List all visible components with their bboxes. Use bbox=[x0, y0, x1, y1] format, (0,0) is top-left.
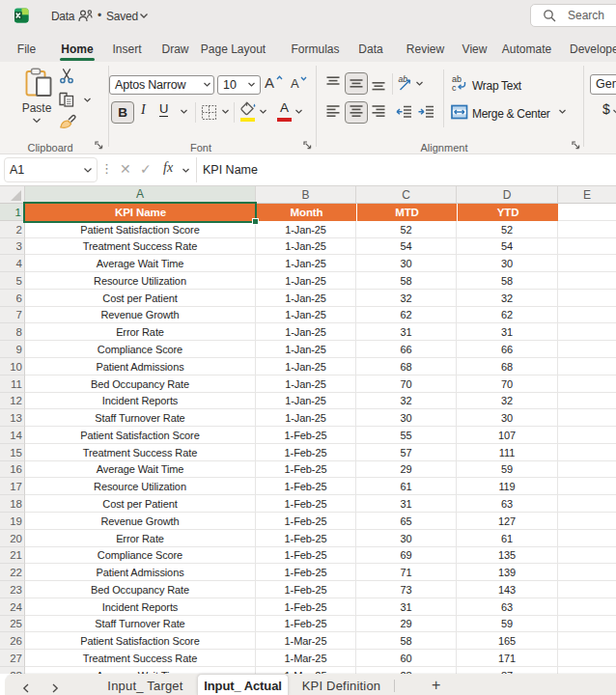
svg-text:ab: ab bbox=[399, 74, 408, 84]
svg-text:c: c bbox=[452, 83, 457, 92]
